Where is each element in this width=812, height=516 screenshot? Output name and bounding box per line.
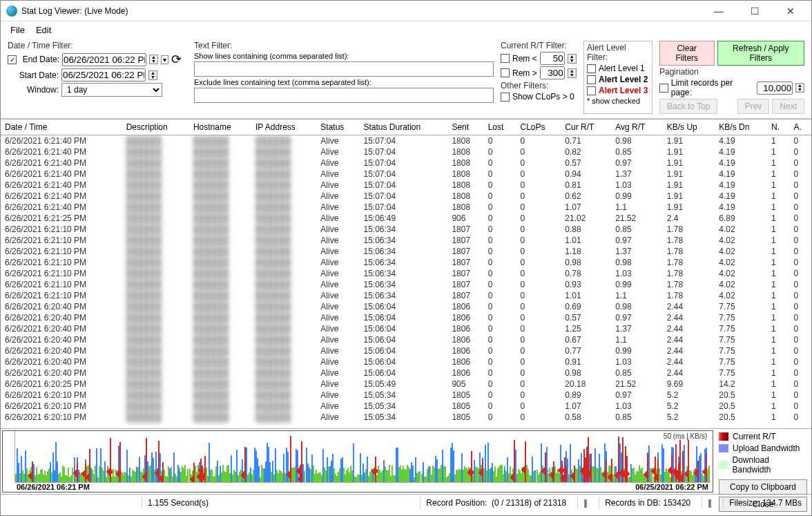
table-row[interactable]: 6/26/2021 6:20:40 PM██████████████████Al…	[1, 356, 811, 367]
rem-lt-checkbox[interactable]	[501, 54, 510, 63]
back-to-top-button[interactable]: Back to Top	[659, 99, 717, 114]
table-row[interactable]: 6/26/2021 6:21:10 PM██████████████████Al…	[1, 224, 811, 235]
table-row[interactable]: 6/26/2021 6:21:10 PM██████████████████Al…	[1, 257, 811, 268]
table-row[interactable]: 6/26/2021 6:20:40 PM██████████████████Al…	[1, 323, 811, 334]
col-5[interactable]: Status Duration	[359, 120, 447, 135]
table-row[interactable]: 6/26/2021 6:20:25 PM██████████████████Al…	[1, 379, 811, 390]
enddate-input[interactable]	[62, 53, 146, 66]
rem-lt-label: Rem <	[512, 54, 537, 64]
clear-filters-button[interactable]: Clear Filters	[659, 41, 715, 66]
table-row[interactable]: 6/26/2021 6:21:40 PM██████████████████Al…	[1, 191, 811, 202]
refresh-apply-button[interactable]: Refresh / Apply Filters	[717, 41, 804, 66]
col-10[interactable]: Avg R/T	[611, 120, 662, 135]
limit-spinner[interactable]: ▲▼	[795, 83, 804, 93]
alertfilter-heading: Alert Level Filter:	[587, 43, 649, 62]
alert2-label: Alert Level 2	[599, 75, 648, 84]
window-title: Stat Log Viewer: (Live Mode)	[21, 6, 704, 16]
timeline-chart[interactable]: 50 (ms | KB/s) 06/26/2021 06:21 PM 06/25…	[2, 430, 713, 493]
table-row[interactable]: 6/26/2021 6:21:40 PM██████████████████Al…	[1, 169, 811, 180]
window-select[interactable]: 1 day	[61, 83, 162, 97]
table-row[interactable]: 6/26/2021 6:20:10 PM██████████████████Al…	[1, 401, 811, 412]
show-lines-input[interactable]	[194, 61, 494, 77]
enddate-dropdown-icon[interactable]: ▾	[161, 55, 168, 64]
copy-clipboard-button[interactable]: Copy to Clipboard	[719, 479, 807, 495]
clops-label: Show CLoPs > 0	[512, 92, 574, 102]
alert3-checkbox[interactable]	[587, 86, 596, 95]
table-row[interactable]: 6/26/2021 6:21:25 PM██████████████████Al…	[1, 213, 811, 224]
col-9[interactable]: Cur R/T	[561, 120, 611, 135]
status-timing: 1.155 Second(s)	[142, 497, 214, 509]
col-0[interactable]: Date / Time	[1, 120, 122, 135]
table-row[interactable]: 6/26/2021 6:21:10 PM██████████████████Al…	[1, 279, 811, 290]
clops-checkbox[interactable]	[501, 93, 510, 102]
col-13[interactable]: N.	[767, 120, 789, 135]
alert2-checkbox[interactable]	[587, 75, 596, 84]
rem-gt-spinner[interactable]: ▲▼	[568, 68, 577, 78]
startdate-input[interactable]	[61, 68, 146, 82]
textfilter-heading: Text Filter:	[194, 41, 494, 50]
filesize-label: Filesize:	[729, 498, 760, 508]
statusbar: 1.155 Second(s) Record Position: (0 / 21…	[1, 494, 811, 510]
refresh-icon[interactable]: ⟳	[171, 52, 182, 67]
table-row[interactable]: 6/26/2021 6:21:10 PM██████████████████Al…	[1, 290, 811, 301]
enddate-checkbox[interactable]	[8, 55, 17, 64]
col-2[interactable]: Hostname	[189, 120, 251, 135]
col-3[interactable]: IP Address	[251, 120, 316, 135]
maximize-button[interactable]: ☐	[740, 1, 770, 21]
menu-file[interactable]: File	[10, 25, 25, 35]
rem-lt-input[interactable]	[540, 52, 565, 65]
startdate-label: Start Date:	[8, 70, 59, 80]
table-row[interactable]: 6/26/2021 6:20:40 PM██████████████████Al…	[1, 334, 811, 345]
rem-gt-input[interactable]	[540, 66, 565, 79]
col-7[interactable]: Lost	[484, 120, 516, 135]
filesize-value: 134.7 MBs	[762, 498, 802, 508]
rem-gt-label: Rem >	[512, 68, 537, 78]
alert3-label: Alert Level 3	[599, 86, 648, 95]
table-row[interactable]: 6/26/2021 6:21:10 PM██████████████████Al…	[1, 268, 811, 279]
show-lines-label: Show lines containing (comma separated l…	[194, 52, 494, 60]
table-row[interactable]: 6/26/2021 6:20:40 PM██████████████████Al…	[1, 301, 811, 312]
chart-xright: 06/25/2021 06:22 PM	[635, 483, 708, 492]
table-row[interactable]: 6/26/2021 6:21:40 PM██████████████████Al…	[1, 146, 811, 157]
alert1-checkbox[interactable]	[587, 64, 596, 73]
rem-lt-spinner[interactable]: ▲▼	[568, 54, 577, 64]
prev-button[interactable]: Prev	[737, 99, 770, 114]
rem-gt-checkbox[interactable]	[501, 68, 510, 77]
chart-y-axis	[3, 431, 15, 482]
enddate-spinner[interactable]: ▲▼	[149, 55, 158, 64]
col-6[interactable]: Sent	[447, 120, 483, 135]
table-row[interactable]: 6/26/2021 6:21:10 PM██████████████████Al…	[1, 246, 811, 257]
table-row[interactable]: 6/26/2021 6:20:10 PM██████████████████Al…	[1, 412, 811, 423]
recpos-value: (0 / 21318) of 21318	[492, 498, 566, 508]
exclude-lines-input[interactable]	[194, 88, 494, 103]
log-table[interactable]: Date / TimeDescriptionHostnameIP Address…	[1, 119, 811, 428]
next-button[interactable]: Next	[772, 99, 804, 114]
col-11[interactable]: KB/s Up	[663, 120, 715, 135]
table-row[interactable]: 6/26/2021 6:21:40 PM██████████████████Al…	[1, 180, 811, 191]
table-row[interactable]: 6/26/2021 6:21:40 PM██████████████████Al…	[1, 157, 811, 169]
col-4[interactable]: Status	[316, 120, 359, 135]
col-14[interactable]: A.	[789, 120, 811, 135]
menu-edit[interactable]: Edit	[36, 25, 51, 35]
col-12[interactable]: KB/s Dn	[715, 120, 767, 135]
table-row[interactable]: 6/26/2021 6:20:40 PM██████████████████Al…	[1, 345, 811, 356]
legend-up: Upload Bandwidth	[733, 443, 800, 453]
table-row[interactable]: 6/26/2021 6:20:40 PM██████████████████Al…	[1, 312, 811, 323]
limit-checkbox[interactable]	[659, 84, 668, 93]
chart-xleft: 06/26/2021 06:21 PM	[17, 483, 90, 492]
col-1[interactable]: Description	[122, 120, 189, 135]
table-row[interactable]: 6/26/2021 6:21:40 PM██████████████████Al…	[1, 202, 811, 213]
limit-label: Limit records per page:	[671, 78, 754, 97]
limit-input[interactable]	[757, 82, 793, 95]
table-row[interactable]: 6/26/2021 6:20:10 PM██████████████████Al…	[1, 390, 811, 401]
recdb-value: 153420	[663, 498, 690, 508]
table-row[interactable]: 6/26/2021 6:21:40 PM██████████████████Al…	[1, 135, 811, 147]
close-window-button[interactable]: ✕	[775, 1, 806, 21]
startdate-spinner[interactable]: ▲▼	[148, 70, 157, 80]
minimize-button[interactable]: —	[704, 1, 734, 21]
enddate-label: End Date:	[19, 55, 59, 64]
table-row[interactable]: 6/26/2021 6:20:40 PM██████████████████Al…	[1, 367, 811, 379]
table-row[interactable]: 6/26/2021 6:21:10 PM██████████████████Al…	[1, 235, 811, 246]
menubar: File Edit	[1, 21, 811, 38]
col-8[interactable]: CLoPs	[516, 120, 561, 135]
